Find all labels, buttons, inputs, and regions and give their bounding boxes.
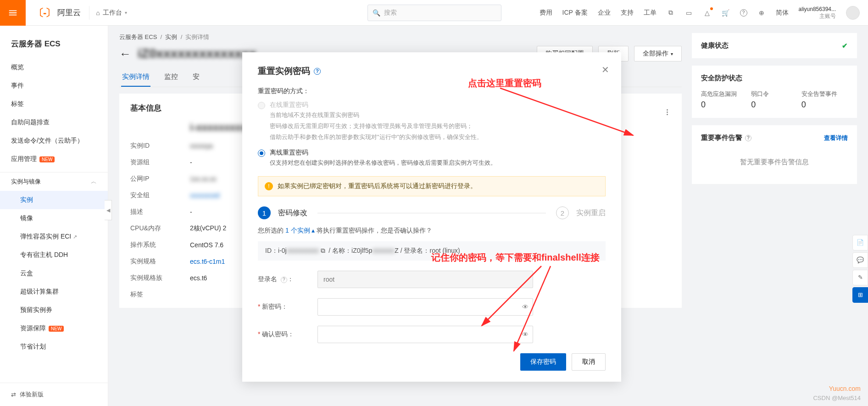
- cancel-button[interactable]: 取消: [572, 353, 606, 371]
- login-label: 登录名: [258, 275, 277, 283]
- reset-password-modal: ✕ 重置实例密码 ? 重置密码的方式： 在线重置密码 当前地域不支持在线重置实例…: [242, 52, 621, 382]
- info-text: 如果实例已绑定密钥对，重置密码后系统将可以通过新密码进行登录。: [278, 182, 477, 190]
- step-2-number: 2: [556, 206, 569, 219]
- eye-icon[interactable]: 👁: [522, 303, 529, 311]
- steps: 1 密码修改 2 实例重启: [258, 206, 606, 219]
- radio-offline-desc: 仅支持对您在创建实例时选择的登录名修改密码，密码修改后需要重启实例方可生效。: [270, 158, 496, 168]
- watermarks: Yuucn.com CSDN @Mest514: [813, 384, 861, 403]
- radio-online-desc2: 密码修改后无需重启即可生效；支持修改管理员账号及非管理员账号的密码；: [270, 121, 483, 131]
- warning-icon: !: [265, 182, 273, 190]
- radio-online: [258, 102, 265, 109]
- confirmpwd-label: 确认密码: [262, 330, 288, 338]
- radio-offline-label: 离线重置密码: [270, 149, 496, 157]
- radio-online-desc1: 当前地域不支持在线重置实例密码: [270, 110, 483, 120]
- eye-icon[interactable]: 👁: [522, 331, 529, 338]
- close-icon[interactable]: ✕: [601, 64, 609, 75]
- step-1-number: 1: [258, 206, 271, 219]
- help-icon[interactable]: ?: [281, 277, 287, 283]
- radio-online-label: 在线重置密码: [270, 101, 483, 109]
- save-password-button[interactable]: 保存密码: [520, 353, 566, 371]
- copy-icon[interactable]: ⧉: [321, 247, 325, 254]
- confirm-text: 您所选的 1 个实例 ▴ 将执行重置密码操作，您是否确认操作？: [258, 227, 606, 235]
- wm-csdn: CSDN @Mest514: [813, 394, 861, 403]
- selected-instance-box: ID：i-0jxxxxxxxxxx ⧉ / 名称：iZ0jlf5pxxxxxxx…: [258, 241, 606, 261]
- radio-online-desc3: 借助云助手和参数仓库的加密参数实现对"运行中"的实例修改密码，确保安全性。: [270, 132, 483, 142]
- step-2-label: 实例重启: [576, 208, 606, 218]
- login-input: [317, 271, 533, 288]
- confirm-password-input[interactable]: [317, 326, 533, 343]
- wm-brand: Yuucn.com: [813, 384, 861, 394]
- modal-title: 重置实例密码: [258, 65, 310, 77]
- help-icon[interactable]: ?: [314, 68, 321, 75]
- info-box: ! 如果实例已绑定密钥对，重置密码后系统将可以通过新密码进行登录。: [258, 176, 606, 196]
- new-password-input[interactable]: [317, 298, 533, 316]
- step-1-label: 密码修改: [278, 208, 307, 218]
- radio-offline[interactable]: [258, 150, 265, 157]
- newpwd-label: 新密码: [262, 303, 281, 310]
- mode-label: 重置密码的方式：: [258, 87, 606, 95]
